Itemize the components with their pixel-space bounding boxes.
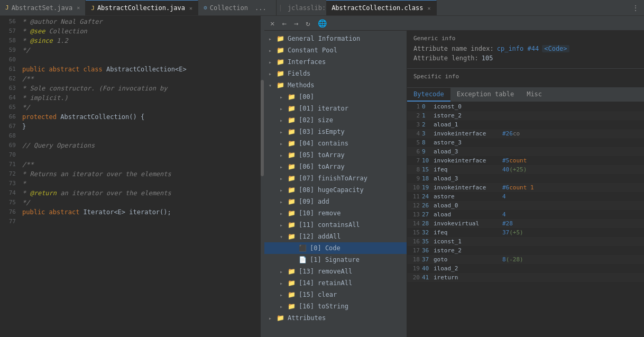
tree-item-hugecap[interactable]: ▸📁[08] hugeCapacity [264,184,407,196]
globe-btn[interactable]: 🌐 [316,19,328,28]
bc-instruction: istore_2 [434,111,502,120]
bc-extra: (+5) [509,228,523,237]
tree-item-size[interactable]: ▸📁[02] size [264,114,407,126]
tree-item-isempty[interactable]: ▸📁[03] isEmpty [264,126,407,138]
tab-abstractcollection[interactable]: J AbstractCollection.java ✕ [86,0,198,15]
close-icon[interactable]: ✕ [428,5,431,11]
tree-arrow: ▸ [280,304,286,309]
tree-panel: ▸📁General Information▸📁Constant Pool▸📁In… [264,31,407,337]
tree-item-constant-pool[interactable]: ▸📁Constant Pool [264,44,407,56]
line-number: 73 [0,179,16,188]
code-line: * Returns an iterator over the elements [20,169,261,179]
bc-extra: (+25) [509,165,527,174]
tree-item-toarray1[interactable]: ▸📁[05] toArray [264,149,407,161]
bc-offset: 15 [422,165,434,174]
java-icon: J [5,4,9,11]
tab-abstractcollection-class[interactable]: AbstractCollection.class ✕ [326,0,436,15]
code-line: * [20,179,261,188]
bytecode-tab-exception-table[interactable]: Exception table [450,88,520,102]
close-btn[interactable]: ✕ [269,19,276,28]
folder-icon: 📁 [277,70,284,77]
tree-item-attributes[interactable]: ▸📁Attributes [264,312,407,324]
tree-item-remove[interactable]: ▸📁[10] remove [264,207,407,219]
tree-item-interfaces[interactable]: ▸📁Interfaces [264,56,407,68]
tree-arrow: ▸ [280,129,286,135]
tab-abstractset[interactable]: J AbstractSet.java ✕ [0,0,86,15]
tab-collection[interactable]: ⚙ Collection ... [198,0,277,15]
scroll-indicator[interactable] [261,16,264,337]
tree-item-finishtoa[interactable]: ▸📁[07] finishToArray [264,172,407,184]
tree-item-label: [11] containsAll [299,221,360,229]
tree-item-removeall[interactable]: ▸📁[13] removeAll [264,266,407,277]
tab-bar: J AbstractSet.java ✕ J AbstractCollectio… [0,0,644,16]
tree-item-containsall[interactable]: ▸📁[11] containsAll [264,219,407,231]
folder-icon: 📁 [288,279,296,287]
code-line [20,131,261,141]
tree-item-tostring[interactable]: ▸📁[16] toString [264,300,407,312]
tree-item-iterator[interactable]: ▸📁[01] iterator [264,103,407,114]
bc-row-num: 8 [409,165,420,174]
attr-name-row: Attribute name index: cp_info #44 <Code> [413,45,638,52]
tree-item-init[interactable]: ▸📁[00] [264,91,407,103]
bc-instruction: aload_0 [434,201,502,210]
tree-item-label: Constant Pool [288,47,337,54]
tab-label: AbstractCollection.class [332,4,423,12]
line-number: 56 [0,17,16,26]
code-line: public abstract Iterator<E> iterator(); [20,207,261,217]
tab-separator: | [277,0,284,15]
bc-instruction: iconst_0 [434,102,502,111]
tree-item-signature[interactable]: 📄[1] Signature [264,254,407,266]
bytecode-area[interactable]: 10iconst_021istore_232aload_143invokeint… [407,102,644,337]
bc-instruction: iload_2 [434,264,502,273]
tree-item-add[interactable]: ▸📁[09] add [264,196,407,207]
folder-icon: 📁 [277,314,284,322]
tab-label: AbstractCollection.java [97,4,185,12]
folder-icon: 📁 [288,175,296,182]
tree-item-fields[interactable]: ▸📁Fields [264,68,407,79]
tree-item-label: [01] iterator [299,105,348,112]
bc-offset: 41 [422,273,434,282]
line-number: 70 [0,150,16,160]
tree-item-label: [03] isEmpty [299,128,345,135]
line-number: 68 [0,131,16,141]
bc-instruction: astore_3 [434,138,502,147]
more-tabs-btn[interactable]: ⋮ [627,0,644,15]
tree-item-contains[interactable]: ▸📁[04] contains [264,138,407,149]
tree-item-toarray2[interactable]: ▸📁[06] toArray [264,161,407,172]
tree-item-general-info[interactable]: ▸📁General Information [264,33,407,44]
bc-highlight: count 1 [509,183,533,192]
code-line: */ [20,198,261,207]
folder-icon: 📁 [277,35,284,42]
bc-offset: 36 [422,246,434,255]
tree-item-label: Methods [288,81,315,89]
tree-item-code[interactable]: ⬛[0] Code [264,242,407,254]
bc-args: #6 [502,183,509,192]
tree-item-addall[interactable]: ▾📁[12] addAll [264,231,407,242]
close-icon[interactable]: ✕ [189,5,192,11]
tree-item-label: [05] toArray [299,151,345,159]
bc-row-num: 16 [409,237,420,246]
tree-item-methods[interactable]: ▾📁Methods [264,79,407,91]
bytecode-row: 2041ireturn [407,273,644,282]
folder-icon: 📁 [288,105,296,112]
bc-args: 4 [502,210,506,219]
refresh-btn[interactable]: ↻ [304,19,311,28]
bc-comment: co [513,129,520,138]
bc-instruction: goto [434,255,502,264]
code-line: protected AbstractCollection() { [20,112,261,122]
tree-item-retainall[interactable]: ▸📁[14] retainAll [264,277,407,289]
tree-arrow: ▾ [280,234,286,240]
bc-offset: 40 [422,264,434,273]
attr-name-link[interactable]: cp_info #44 [497,45,539,52]
line-number: 58 [0,36,16,45]
close-icon[interactable]: ✕ [77,5,80,11]
tree-item-clear[interactable]: ▸📁[15] clear [264,289,407,300]
tab-more-btn[interactable]: ... [251,4,271,12]
back-btn[interactable]: ← [280,19,288,28]
bytecode-tab-misc[interactable]: Misc [520,88,548,102]
specific-info-section: Specific info [407,69,644,88]
bytecode-tab-bytecode[interactable]: Bytecode [407,88,450,102]
tree-item-label: [04] contains [299,140,348,147]
forward-btn[interactable]: → [292,19,300,28]
tab-label: AbstractSet.java [12,4,73,12]
